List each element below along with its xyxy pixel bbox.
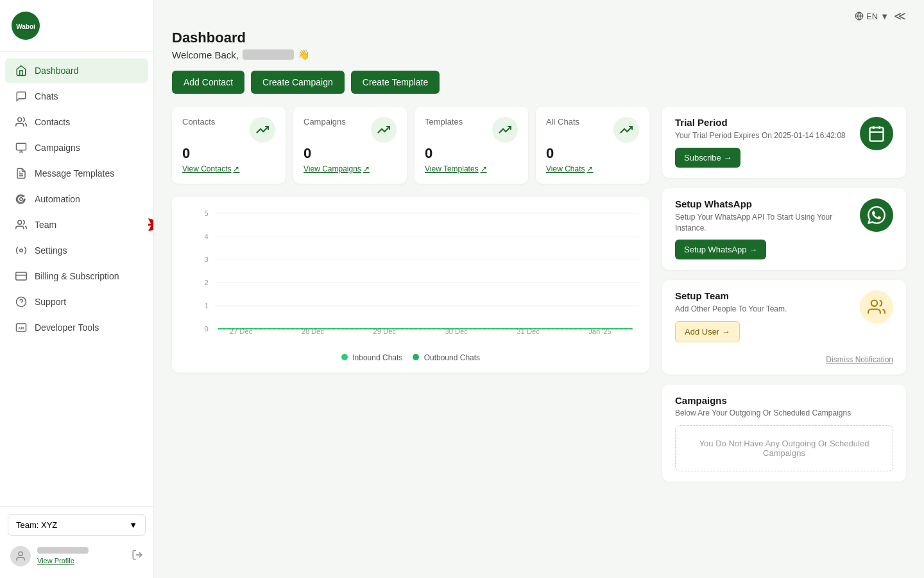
trend-icon-allchats [620, 123, 633, 136]
templates-icon [15, 168, 27, 179]
sidebar-item-contacts[interactable]: Contacts [5, 110, 148, 134]
stat-value-templates: 0 [425, 145, 518, 162]
sidebar-label-developer-tools: Developer Tools [35, 322, 99, 333]
subscribe-button[interactable]: Subscribe → [675, 148, 740, 168]
sidebar-footer: Team: XYZ ▼ View Profile [0, 506, 153, 578]
sidebar-item-team[interactable]: Team [5, 213, 148, 237]
stat-title-contacts: Contacts [182, 117, 215, 127]
sidebar-item-settings[interactable]: Settings [5, 238, 148, 263]
stat-header-contacts: Contacts [182, 117, 275, 143]
sidebar-label-contacts: Contacts [35, 117, 70, 127]
stat-icon-allchats [613, 117, 639, 143]
sidebar-label-support: Support [35, 297, 66, 307]
contacts-icon [15, 116, 27, 128]
team-card-inner: Setup Team Add Other People To Your Team… [675, 290, 893, 342]
svg-point-2 [18, 118, 22, 121]
trial-card-body: Trial Period Your Trial Period Expires O… [675, 117, 851, 168]
svg-rect-3 [17, 143, 26, 150]
sidebar-item-dashboard[interactable]: Dashboard [5, 58, 148, 83]
svg-rect-12 [16, 272, 27, 280]
sidebar-label-campaigns: Campaigns [35, 143, 80, 153]
sidebar-label-settings: Settings [35, 245, 67, 256]
sidebar-item-automation[interactable]: Automation [5, 187, 148, 211]
setup-whatsapp-button[interactable]: Setup WhatsApp → [675, 240, 766, 259]
stat-link-contacts[interactable]: View Contacts ↗ [182, 164, 275, 173]
campaigns-section-title: Campaigns [675, 395, 893, 406]
left-panel: Contacts 0 View Contacts ↗ Campaigns [172, 107, 649, 482]
username-blur [37, 547, 89, 554]
collapse-sidebar-button[interactable]: ≪ [894, 9, 906, 23]
support-icon [15, 296, 27, 308]
dismiss-notification-link[interactable]: Dismiss Notification [675, 355, 893, 364]
stat-header-campaigns: Campaigns [304, 117, 397, 143]
trial-card-title: Trial Period [675, 117, 851, 128]
trial-card-desc: Your Trial Period Expires On 2025-01-14 … [675, 130, 851, 141]
whatsapp-setup-card: Setup WhatsApp Setup Your WhatsApp API T… [662, 188, 906, 270]
team-users-icon [868, 298, 886, 316]
sidebar-label-billing: Billing & Subscription [35, 271, 119, 281]
stat-link-templates[interactable]: View Templates ↗ [425, 164, 518, 173]
chart-legend: Inbound Chats Outbound Chats [182, 353, 639, 362]
campaigns-icon [15, 142, 27, 153]
team-selector[interactable]: Team: XYZ ▼ [8, 514, 146, 536]
sidebar-item-chats[interactable]: Chats [5, 84, 148, 109]
campaigns-section-card: Campaigns Below Are Your Outgoing Or Sch… [662, 385, 906, 482]
settings-icon [15, 245, 27, 256]
action-buttons: Add Contact Create Campaign Create Templ… [172, 71, 906, 94]
stat-card-campaigns: Campaigns 0 View Campaigns ↗ [293, 107, 407, 184]
stat-link-campaigns[interactable]: View Campaigns ↗ [304, 164, 397, 173]
stat-title-templates: Templates [425, 117, 463, 127]
campaigns-empty-text: You Do Not Have Any Outgoing Or Schedule… [699, 439, 869, 458]
whatsapp-card-body: Setup WhatsApp Setup Your WhatsApp API T… [675, 198, 851, 260]
create-campaign-button[interactable]: Create Campaign [251, 71, 345, 94]
username-blurred [243, 49, 294, 60]
stat-link-allchats[interactable]: View Chats ↗ [546, 164, 639, 173]
sidebar-item-billing[interactable]: Billing & Subscription [5, 264, 148, 288]
sidebar-item-campaigns[interactable]: Campaigns [5, 136, 148, 160]
team-card-body: Setup Team Add Other People To Your Team… [675, 290, 851, 342]
chart-area: 5 4 3 2 1 0 27 Dec 28 Dec 29 Dec 30 Dec … [182, 207, 639, 348]
stat-card-allchats: All Chats 0 View Chats ↗ [536, 107, 649, 184]
stat-title-allchats: All Chats [546, 117, 579, 127]
sidebar-label-chats: Chats [35, 91, 58, 101]
user-profile: View Profile [8, 542, 146, 570]
add-contact-button[interactable]: Add Contact [172, 71, 244, 94]
welcome-emoji: 👋 [298, 49, 310, 60]
billing-icon [15, 270, 27, 282]
trial-card-icon [860, 117, 893, 150]
svg-text:4: 4 [204, 232, 208, 240]
stat-icon-campaigns [371, 117, 397, 143]
sidebar-label-automation: Automation [35, 194, 80, 204]
sidebar-item-developer-tools[interactable]: API Developer Tools [5, 315, 148, 340]
logo-area: Waboi [0, 0, 153, 52]
waboi-logo: Waboi [10, 10, 41, 41]
sidebar-label-dashboard: Dashboard [35, 66, 79, 76]
trial-period-card: Trial Period Your Trial Period Expires O… [662, 107, 906, 178]
main-body: Contacts 0 View Contacts ↗ Campaigns [154, 107, 924, 500]
create-template-button[interactable]: Create Template [351, 71, 440, 94]
add-user-button[interactable]: Add User → [675, 321, 740, 342]
svg-point-18 [19, 552, 22, 556]
svg-text:2: 2 [204, 279, 208, 286]
sidebar-item-support[interactable]: Support [5, 290, 148, 314]
trend-icon-contacts [256, 123, 269, 136]
chart-card: 5 4 3 2 1 0 27 Dec 28 Dec 29 Dec 30 Dec … [172, 197, 649, 372]
whatsapp-icon [860, 198, 893, 232]
team-card-title: Setup Team [675, 290, 851, 301]
view-profile-label[interactable]: View Profile [37, 557, 74, 565]
chevron-down-icon: ▼ [880, 12, 889, 21]
logout-button[interactable] [132, 549, 143, 563]
user-info: View Profile [37, 547, 125, 565]
globe-icon [855, 12, 864, 21]
stat-icon-contacts [250, 117, 275, 143]
avatar [10, 546, 31, 566]
sidebar-item-message-templates[interactable]: Message Templates [5, 161, 148, 186]
page-title: Dashboard [172, 30, 906, 46]
campaigns-empty-state: You Do Not Have Any Outgoing Or Schedule… [675, 425, 893, 471]
sidebar-label-team: Team [35, 220, 56, 230]
language-button[interactable]: EN ▼ [855, 12, 889, 21]
whatsapp-logo-icon [868, 206, 886, 224]
home-icon [15, 65, 27, 76]
svg-point-46 [871, 301, 877, 306]
main-content: EN ▼ ≪ Dashboard Welcome Back, 👋 Add Con… [154, 0, 924, 578]
